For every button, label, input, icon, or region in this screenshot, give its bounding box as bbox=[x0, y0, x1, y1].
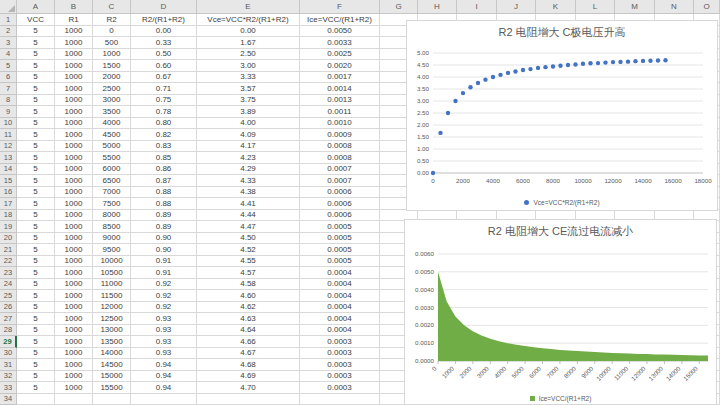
cell-D2[interactable]: 0.00 bbox=[131, 26, 197, 38]
cell-B6[interactable]: 1000 bbox=[55, 72, 93, 84]
cell-E1[interactable]: Vce=VCC*R2/(R1+R2) bbox=[197, 14, 300, 26]
cell-F23[interactable]: 0.0004 bbox=[300, 267, 380, 279]
row-header-11[interactable]: 11 bbox=[0, 129, 17, 141]
cell-A6[interactable]: 5 bbox=[17, 72, 55, 84]
row-header-18[interactable]: 18 bbox=[0, 210, 17, 222]
cell-F27[interactable]: 0.0004 bbox=[300, 313, 380, 325]
cell-C30[interactable]: 14000 bbox=[93, 348, 131, 360]
cell-C3[interactable]: 500 bbox=[93, 37, 131, 49]
cell-F18[interactable]: 0.0006 bbox=[300, 210, 380, 222]
cell-F34[interactable] bbox=[300, 394, 380, 405]
cell-A2[interactable]: 5 bbox=[17, 26, 55, 38]
cell-A15[interactable]: 5 bbox=[17, 175, 55, 187]
cell-A26[interactable]: 5 bbox=[17, 302, 55, 314]
cell-C1[interactable]: R2 bbox=[93, 14, 131, 26]
cell-C6[interactable]: 2000 bbox=[93, 72, 131, 84]
cell-E4[interactable]: 2.50 bbox=[197, 49, 300, 61]
cell-C17[interactable]: 7500 bbox=[93, 198, 131, 210]
cell-E21[interactable]: 4.52 bbox=[197, 244, 300, 256]
cell-A12[interactable]: 5 bbox=[17, 141, 55, 153]
row-header-10[interactable]: 10 bbox=[0, 118, 17, 130]
cell-C24[interactable]: 11000 bbox=[93, 279, 131, 291]
cell-C2[interactable]: 0 bbox=[93, 26, 131, 38]
row-header-24[interactable]: 24 bbox=[0, 279, 17, 291]
cell-F22[interactable]: 0.0005 bbox=[300, 256, 380, 268]
cell-E29[interactable]: 4.66 bbox=[197, 336, 300, 348]
cell-A29[interactable]: 5 bbox=[17, 336, 55, 348]
cell-B14[interactable]: 1000 bbox=[55, 164, 93, 176]
cell-A18[interactable]: 5 bbox=[17, 210, 55, 222]
cell-D16[interactable]: 0.88 bbox=[131, 187, 197, 199]
cell-B13[interactable]: 1000 bbox=[55, 152, 93, 164]
cell-D27[interactable]: 0.93 bbox=[131, 313, 197, 325]
cell-A11[interactable]: 5 bbox=[17, 129, 55, 141]
row-header-7[interactable]: 7 bbox=[0, 83, 17, 95]
column-header-K[interactable]: K bbox=[536, 0, 576, 14]
cell-E18[interactable]: 4.44 bbox=[197, 210, 300, 222]
select-all-corner[interactable] bbox=[0, 0, 17, 14]
row-header-1[interactable]: 1 bbox=[0, 14, 17, 26]
cell-F10[interactable]: 0.0010 bbox=[300, 118, 380, 130]
cell-B18[interactable]: 1000 bbox=[55, 210, 93, 222]
row-header-30[interactable]: 30 bbox=[0, 348, 17, 360]
cell-E14[interactable]: 4.29 bbox=[197, 164, 300, 176]
cell-C22[interactable]: 10000 bbox=[93, 256, 131, 268]
cell-B22[interactable]: 1000 bbox=[55, 256, 93, 268]
cell-B32[interactable]: 1000 bbox=[55, 371, 93, 383]
row-header-25[interactable]: 25 bbox=[0, 290, 17, 302]
cell-A27[interactable]: 5 bbox=[17, 313, 55, 325]
cell-C7[interactable]: 2500 bbox=[93, 83, 131, 95]
cell-C25[interactable]: 11500 bbox=[93, 290, 131, 302]
column-header-M[interactable]: M bbox=[615, 0, 655, 14]
cell-F8[interactable]: 0.0013 bbox=[300, 95, 380, 107]
cell-E26[interactable]: 4.62 bbox=[197, 302, 300, 314]
row-header-21[interactable]: 21 bbox=[0, 244, 17, 256]
cell-B7[interactable]: 1000 bbox=[55, 83, 93, 95]
cell-B28[interactable]: 1000 bbox=[55, 325, 93, 337]
cell-A5[interactable]: 5 bbox=[17, 60, 55, 72]
cell-A3[interactable]: 5 bbox=[17, 37, 55, 49]
cell-A14[interactable]: 5 bbox=[17, 164, 55, 176]
cell-C16[interactable]: 7000 bbox=[93, 187, 131, 199]
cell-E28[interactable]: 4.64 bbox=[197, 325, 300, 337]
cell-D9[interactable]: 0.78 bbox=[131, 106, 197, 118]
cell-F17[interactable]: 0.0006 bbox=[300, 198, 380, 210]
cell-E23[interactable]: 4.57 bbox=[197, 267, 300, 279]
cell-B21[interactable]: 1000 bbox=[55, 244, 93, 256]
column-header-I[interactable]: I bbox=[457, 0, 497, 14]
cell-A33[interactable]: 5 bbox=[17, 382, 55, 394]
cell-F29[interactable]: 0.0003 bbox=[300, 336, 380, 348]
cell-D3[interactable]: 0.33 bbox=[131, 37, 197, 49]
cell-F16[interactable]: 0.0006 bbox=[300, 187, 380, 199]
row-header-3[interactable]: 3 bbox=[0, 37, 17, 49]
cell-E24[interactable]: 4.58 bbox=[197, 279, 300, 291]
row-header-27[interactable]: 27 bbox=[0, 313, 17, 325]
cell-E15[interactable]: 4.33 bbox=[197, 175, 300, 187]
cell-C20[interactable]: 9000 bbox=[93, 233, 131, 245]
cell-E12[interactable]: 4.17 bbox=[197, 141, 300, 153]
cell-F6[interactable]: 0.0017 bbox=[300, 72, 380, 84]
column-header-L[interactable]: L bbox=[576, 0, 615, 14]
cell-B16[interactable]: 1000 bbox=[55, 187, 93, 199]
cell-B4[interactable]: 1000 bbox=[55, 49, 93, 61]
cell-C12[interactable]: 5000 bbox=[93, 141, 131, 153]
cell-A31[interactable]: 5 bbox=[17, 359, 55, 371]
cell-D17[interactable]: 0.88 bbox=[131, 198, 197, 210]
cell-C4[interactable]: 1000 bbox=[93, 49, 131, 61]
cell-B2[interactable]: 1000 bbox=[55, 26, 93, 38]
row-header-16[interactable]: 16 bbox=[0, 187, 17, 199]
cell-D1[interactable]: R2/(R1+R2) bbox=[131, 14, 197, 26]
column-header-O[interactable]: O bbox=[694, 0, 720, 14]
cell-A34[interactable] bbox=[17, 394, 55, 405]
cell-D34[interactable] bbox=[131, 394, 197, 405]
cell-C26[interactable]: 12000 bbox=[93, 302, 131, 314]
row-header-23[interactable]: 23 bbox=[0, 267, 17, 279]
column-header-A[interactable]: A bbox=[17, 0, 55, 14]
row-header-34[interactable]: 34 bbox=[0, 394, 17, 405]
cell-A23[interactable]: 5 bbox=[17, 267, 55, 279]
cell-C32[interactable]: 15000 bbox=[93, 371, 131, 383]
cell-F13[interactable]: 0.0008 bbox=[300, 152, 380, 164]
cell-C14[interactable]: 6000 bbox=[93, 164, 131, 176]
cell-B1[interactable]: R1 bbox=[55, 14, 93, 26]
cell-F19[interactable]: 0.0005 bbox=[300, 221, 380, 233]
